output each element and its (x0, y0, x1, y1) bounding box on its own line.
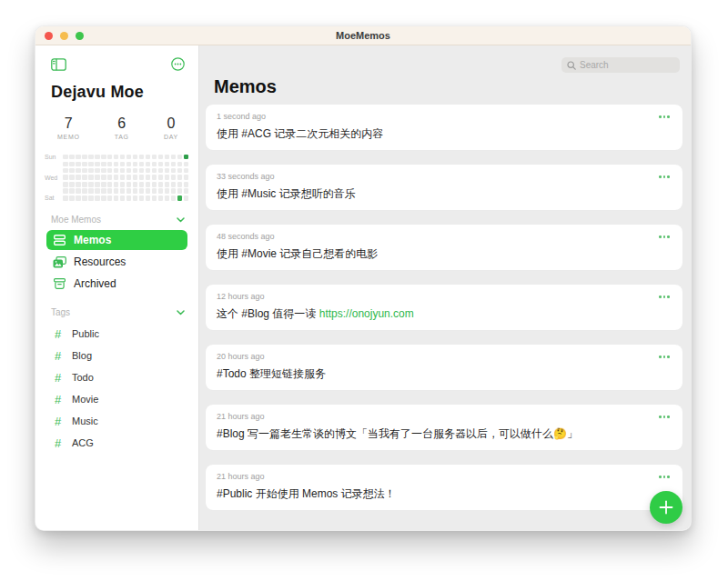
heatmap-cell (146, 168, 151, 174)
heatmap-cell (133, 182, 138, 187)
heatmap-cell (82, 182, 87, 187)
heatmap-cell (152, 188, 157, 194)
heatmap-cell (69, 195, 75, 201)
search-field[interactable] (561, 57, 680, 73)
heatmap-cell (177, 175, 183, 180)
sidebar-item-archived[interactable]: Archived (46, 274, 187, 294)
more-options-button[interactable] (171, 57, 185, 74)
memo-more-button[interactable] (657, 294, 672, 300)
heatmap-cell (184, 182, 189, 187)
memo-more-button[interactable] (657, 174, 672, 180)
stat-tag: 6 TAG (115, 115, 129, 140)
heatmap-cell (95, 162, 100, 167)
photo-icon (52, 256, 66, 268)
memos-icon (52, 235, 66, 245)
heatmap-row: Wed (43, 175, 198, 181)
memo-content: 使用 #ACG 记录二次元相关的内容 (217, 126, 672, 141)
heatmap-cell (177, 168, 183, 174)
new-memo-button[interactable] (650, 491, 682, 524)
heatmap-cell (152, 168, 157, 174)
heatmap-cell (133, 155, 138, 160)
plus-icon (659, 500, 673, 515)
heatmap-cell (171, 195, 177, 201)
stat-day: 0 DAY (164, 115, 178, 140)
sidebar-item-resources[interactable]: Resources (46, 252, 187, 272)
sidebar-item-tag-movie[interactable]: #Movie (46, 388, 187, 410)
heatmap-cell (158, 162, 164, 167)
chevron-down-icon[interactable] (177, 307, 185, 317)
app-body: Dejavu Moe 7 MEMO 6 TAG 0 DAY SunWedSat … (35, 45, 691, 530)
ellipsis-dot-icon (659, 175, 662, 178)
memo-more-button[interactable] (657, 474, 672, 480)
heatmap-cell (95, 188, 100, 194)
memo-link[interactable]: https://onojyun.com (319, 307, 414, 320)
heatmap-cell (165, 195, 170, 201)
toggle-sidebar-button[interactable] (51, 58, 66, 74)
tag-label: Music (72, 416, 98, 426)
memo-card: 21 hours ago#Blog 写一篇老生常谈的博文「当我有了一台服务器以后… (206, 405, 682, 450)
main-panel: Memos 1 second ago使用 #ACG 记录二次元相关的内容33 s… (199, 45, 691, 530)
sidebar-item-tag-acg[interactable]: #ACG (46, 432, 187, 454)
heatmap-cell (165, 182, 170, 187)
memo-content: 使用 #Movie 记录自己想看的电影 (217, 246, 672, 261)
heatmap-cell (101, 162, 106, 167)
heatmap-cell (95, 182, 100, 187)
heatmap-cell (88, 162, 94, 167)
tags-section-header: Tags (51, 307, 185, 317)
heatmap-cell (133, 168, 138, 174)
heatmap-cell (88, 182, 94, 187)
heatmap-cell (88, 175, 94, 180)
heatmap-cell (82, 168, 87, 174)
search-input[interactable] (580, 60, 674, 70)
memo-content: #Public 开始使用 Memos 记录想法！ (217, 486, 672, 501)
memo-more-button[interactable] (657, 414, 672, 420)
heatmap-cell (139, 168, 145, 174)
heatmap-cell (165, 168, 170, 174)
heatmap-cell (107, 195, 113, 201)
tag-label: Public (72, 328, 99, 339)
heatmap-cell (63, 168, 68, 174)
sidebar-item-tag-public[interactable]: #Public (46, 323, 187, 345)
heatmap-cell (69, 182, 75, 187)
tag-label: Blog (72, 350, 92, 361)
tags-section-label: Tags (51, 307, 70, 317)
heatmap-cell (63, 188, 68, 194)
zoom-button[interactable] (76, 32, 84, 40)
ellipsis-dot-icon (659, 356, 662, 358)
sidebar-item-tag-todo[interactable]: #Todo (46, 366, 187, 388)
memo-content: #Blog 写一篇老生常谈的博文「当我有了一台服务器以后，可以做什么🤔」 (217, 426, 672, 441)
chevron-down-icon[interactable] (177, 215, 185, 225)
heatmap-cell (114, 195, 119, 201)
hash-icon: # (52, 415, 64, 428)
memo-content: #Todo 整理短链接服务 (217, 366, 672, 381)
minimize-button[interactable] (60, 32, 68, 40)
heatmap-row: Sat (43, 195, 198, 201)
memo-more-button[interactable] (657, 354, 672, 360)
heatmap-cell (158, 195, 164, 201)
heatmap-cell (101, 188, 106, 194)
heatmap-cell (171, 188, 177, 194)
heatmap-cell (126, 175, 132, 180)
heatmap-cell (152, 175, 157, 180)
sidebar-item-tag-music[interactable]: #Music (46, 410, 187, 432)
heatmap-cell (139, 182, 145, 187)
heatmap-cell (69, 155, 75, 160)
heatmap-cell (177, 195, 183, 201)
heatmap-cell (133, 175, 138, 180)
sidebar-item-memos[interactable]: Memos (46, 230, 187, 250)
heatmap-cell (152, 195, 157, 201)
heatmap-cell (120, 162, 126, 167)
page-title: Memos (214, 76, 691, 97)
sidebar-item-tag-blog[interactable]: #Blog (46, 345, 187, 366)
sidebar-item-label: Archived (74, 277, 116, 290)
close-button[interactable] (45, 32, 53, 40)
memo-more-button[interactable] (657, 234, 672, 240)
heatmap-cell (82, 195, 87, 201)
heatmap-cell (152, 182, 157, 187)
heatmap-cell (133, 195, 138, 201)
sidebar-item-label: Resources (74, 255, 126, 268)
archive-icon (52, 278, 66, 289)
tag-label: Todo (72, 372, 94, 383)
memo-timestamp: 33 seconds ago (217, 172, 672, 182)
memo-more-button[interactable] (657, 114, 672, 120)
